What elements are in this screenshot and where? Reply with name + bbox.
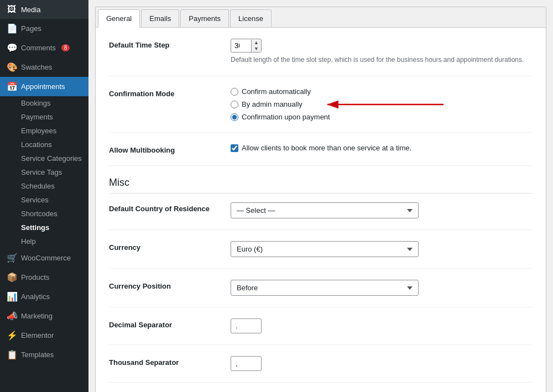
settings-form: Default Time Step ▲ ▼ Default length of … — [96, 28, 546, 392]
sidebar-sub-bookings[interactable]: Bookings — [0, 96, 88, 110]
sidebar-sub-services[interactable]: Services — [0, 193, 88, 207]
currency-position-label: Currency Position — [109, 280, 231, 290]
time-step-input-wrap: ▲ ▼ — [231, 39, 262, 53]
tab-license[interactable]: License — [230, 9, 272, 27]
sidebar-sub-schedules[interactable]: Schedules — [0, 179, 88, 193]
decimal-separator-label: Decimal Separator — [109, 318, 231, 329]
sidebar-item-label: Analytics — [21, 292, 50, 301]
products-icon: 📦 — [7, 272, 17, 283]
templates-icon: 📋 — [7, 349, 17, 360]
time-step-spinners: ▲ ▼ — [251, 40, 261, 52]
sidebar-item-appointments[interactable]: 📅 Appointments — [0, 77, 88, 96]
analytics-icon: 📊 — [7, 291, 17, 302]
radio-auto-input[interactable] — [231, 88, 238, 96]
sidebar-sub-service-categories[interactable]: Service Categories — [0, 151, 88, 165]
sidebar-item-label: Media — [21, 6, 40, 14]
default-country-control: — Select — — [231, 202, 533, 218]
thousand-separator-label: Thousand Separator — [109, 356, 231, 367]
radio-auto: Confirm automatically — [231, 87, 533, 96]
sidebar-item-analytics[interactable]: 📊 Analytics — [0, 287, 88, 306]
multibooking-checkbox[interactable] — [231, 144, 238, 152]
sidebar-item-label: Templates — [21, 351, 54, 359]
appointments-icon: 📅 — [7, 81, 17, 92]
sidebar-item-templates[interactable]: 📋 Templates — [0, 345, 88, 364]
time-step-description: Default length of the time slot step, wh… — [231, 55, 533, 65]
default-country-field: Default Country of Residence — Select — — [109, 202, 533, 230]
sidebar-item-label: Pages — [21, 24, 41, 33]
radio-payment-label[interactable]: Confirmation upon payment — [242, 113, 330, 121]
pages-icon: 📄 — [7, 23, 17, 34]
woocommerce-icon: 🛒 — [7, 253, 17, 263]
sidebar-item-marketing[interactable]: 📣 Marketing — [0, 306, 88, 326]
default-time-step-field: Default Time Step ▲ ▼ Default length of … — [109, 39, 533, 76]
sidebar-item-comments[interactable]: 💬 Comments 8 — [0, 38, 88, 58]
radio-manual-label[interactable]: By admin manually — [242, 100, 302, 108]
sidebar-item-pages[interactable]: 📄 Pages — [0, 19, 88, 38]
sidebar-item-label: WooCommerce — [21, 254, 71, 262]
default-time-step-control: ▲ ▼ Default length of the time slot step… — [231, 39, 533, 65]
comments-icon: 💬 — [7, 43, 17, 53]
tab-emails[interactable]: Emails — [141, 9, 179, 27]
decimal-separator-input[interactable] — [231, 318, 262, 333]
time-step-input[interactable] — [231, 39, 251, 52]
decimal-separator-control — [231, 318, 533, 333]
main-content: General Emails Payments License Default … — [88, 0, 553, 392]
currency-select[interactable]: Euro (€) — [231, 241, 419, 257]
sidebar-item-label: Appointments — [21, 82, 65, 91]
currency-position-control: Before After — [231, 280, 533, 296]
settings-panel: General Emails Payments License Default … — [95, 7, 546, 392]
confirmation-mode-radio-group: Confirm automatically By admin manually — [231, 87, 533, 121]
marketing-icon: 📣 — [7, 311, 17, 321]
sidebar-item-label: Elementor — [21, 331, 54, 339]
swatches-icon: 🎨 — [7, 62, 17, 72]
currency-position-select[interactable]: Before After — [231, 280, 419, 296]
radio-payment-input[interactable] — [231, 113, 238, 121]
sidebar-sub-service-tags[interactable]: Service Tags — [0, 165, 88, 179]
comments-badge: 8 — [61, 44, 70, 51]
radio-manual-input[interactable] — [231, 101, 238, 108]
radio-payment: Confirmation upon payment — [231, 113, 533, 121]
sidebar-item-elementor[interactable]: ⚡ Elementor — [0, 326, 88, 345]
multibooking-checkbox-item: Allow clients to book more than one serv… — [231, 144, 533, 152]
currency-position-field: Currency Position Before After — [109, 280, 533, 307]
thousand-separator-field: Thousand Separator — [109, 356, 533, 383]
settings-tabs: General Emails Payments License — [96, 7, 546, 28]
sidebar-sub-help[interactable]: Help — [0, 234, 88, 248]
tab-general[interactable]: General — [98, 9, 140, 28]
sidebar-sub-shortcodes[interactable]: Shortcodes — [0, 207, 88, 221]
confirmation-mode-field: Confirmation Mode Confirm automatically … — [109, 87, 533, 133]
red-arrow-icon — [325, 97, 446, 112]
sidebar-item-label: Marketing — [21, 312, 53, 320]
sidebar-item-products[interactable]: 📦 Products — [0, 268, 88, 287]
sidebar-item-woocommerce[interactable]: 🛒 WooCommerce — [0, 248, 88, 268]
sidebar-sub-settings[interactable]: Settings — [0, 221, 88, 234]
media-icon: 🖼 — [7, 4, 17, 14]
allow-multibooking-field: Allow Multibooking Allow clients to book… — [109, 144, 533, 166]
allow-multibooking-label: Allow Multibooking — [109, 144, 231, 154]
radio-auto-label[interactable]: Confirm automatically — [242, 87, 311, 96]
sidebar-item-swatches[interactable]: 🎨 Swatches — [0, 58, 88, 77]
default-country-select[interactable]: — Select — — [231, 202, 419, 218]
default-time-step-label: Default Time Step — [109, 39, 231, 49]
thousand-separator-control — [231, 356, 533, 371]
thousand-separator-input[interactable] — [231, 356, 262, 371]
sidebar-sub-locations[interactable]: Locations — [0, 138, 88, 151]
sidebar-item-label: Products — [21, 273, 49, 281]
misc-heading: Misc — [109, 177, 533, 194]
time-step-down-button[interactable]: ▼ — [252, 46, 261, 52]
sidebar-item-media[interactable]: 🖼 Media — [0, 0, 88, 19]
confirmation-mode-label: Confirmation Mode — [109, 87, 231, 98]
multibooking-checkbox-label[interactable]: Allow clients to book more than one serv… — [242, 144, 411, 152]
currency-field: Currency Euro (€) — [109, 241, 533, 269]
elementor-icon: ⚡ — [7, 330, 17, 341]
sidebar-item-label: Comments — [21, 44, 56, 52]
decimal-separator-field: Decimal Separator — [109, 318, 533, 345]
currency-label: Currency — [109, 241, 231, 252]
sidebar-sub-payments[interactable]: Payments — [0, 110, 88, 124]
confirmation-mode-control: Confirm automatically By admin manually — [231, 87, 533, 121]
sidebar: 🖼 Media 📄 Pages 💬 Comments 8 🎨 Swatches … — [0, 0, 88, 392]
tab-payments[interactable]: Payments — [180, 9, 229, 27]
currency-control: Euro (€) — [231, 241, 533, 257]
time-step-up-button[interactable]: ▲ — [252, 40, 261, 46]
sidebar-sub-employees[interactable]: Employees — [0, 124, 88, 138]
